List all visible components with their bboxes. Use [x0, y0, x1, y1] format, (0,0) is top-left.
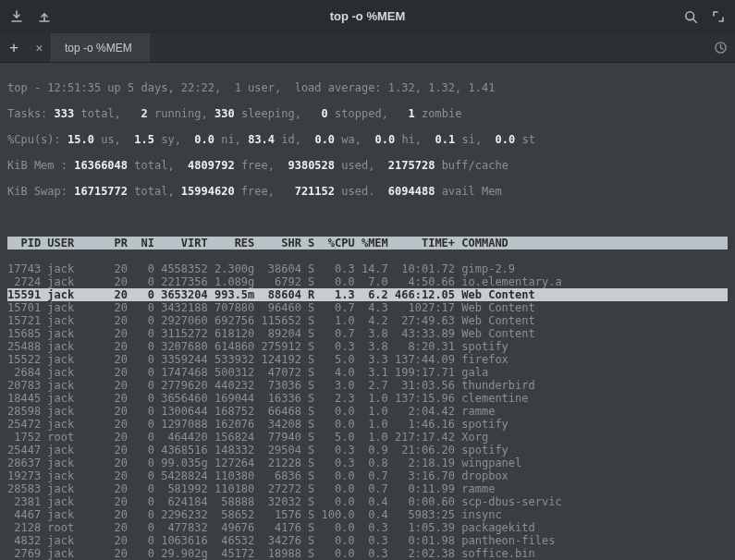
summary-cpu: %Cpu(s): 15.0 us, 1.5 sy, 0.0 ni, 83.4 i… [7, 133, 728, 146]
process-row: 2128 root 20 0 477832 49676 4176 S 0.0 0… [7, 521, 728, 534]
process-row: 15685 jack 20 0 3115272 618120 89204 S 0… [7, 327, 728, 340]
process-row: 18445 jack 20 0 3656460 169044 16336 S 2… [7, 392, 728, 405]
terminal-output[interactable]: top - 12:51:35 up 5 days, 22:22, 1 user,… [0, 63, 735, 560]
svg-point-0 [685, 11, 693, 19]
process-row: 2769 jack 20 0 29.902g 45172 18988 S 0.0… [7, 547, 728, 560]
process-row: 15701 jack 20 0 3432188 707880 96460 S 0… [7, 301, 728, 314]
window-titlebar: top -o %MEM [0, 0, 735, 33]
process-row: 2684 jack 20 0 1747468 500312 47072 S 4.… [7, 366, 728, 379]
window-title: top -o %MEM [65, 10, 670, 23]
process-row: 19273 jack 20 0 5428824 110380 6836 S 0.… [7, 469, 728, 482]
process-row: 17743 jack 20 0 4558352 2.300g 38604 S 0… [7, 262, 728, 275]
blank-line [7, 211, 728, 224]
tab-label: top -o %MEM [65, 42, 132, 55]
process-row: 2381 jack 20 0 624184 58888 32032 S 0.0 … [7, 495, 728, 508]
process-row: 1752 root 20 0 464420 156824 77940 S 5.0… [7, 431, 728, 444]
process-header: PID USER PR NI VIRT RES SHR S %CPU %MEM … [7, 237, 728, 250]
process-row: 15522 jack 20 0 3359244 533932 124192 S … [7, 353, 728, 366]
process-row: 2724 jack 20 0 2217356 1.089g 6792 S 0.0… [7, 275, 728, 288]
process-row: 25472 jack 20 0 1297088 162076 34208 S 0… [7, 418, 728, 431]
summary-swap: KiB Swap: 16715772 total, 15994620 free,… [7, 185, 728, 198]
close-tab-button[interactable]: ✕ [28, 33, 52, 62]
search-icon[interactable] [683, 10, 698, 24]
download-icon[interactable] [9, 10, 24, 23]
process-row: 28637 jack 20 0 99.035g 127264 21228 S 0… [7, 457, 728, 469]
process-row: 20783 jack 20 0 2779620 440232 73036 S 3… [7, 379, 728, 392]
tab-strip: + ✕ top -o %MEM [0, 33, 735, 63]
process-row: 25488 jack 20 0 3207680 614860 275912 S … [7, 340, 728, 353]
process-row: 28598 jack 20 0 1300644 168752 66468 S 0… [7, 405, 728, 418]
process-row: 28583 jack 20 0 581992 110180 27272 S 0.… [7, 482, 728, 495]
tab-terminal[interactable]: top -o %MEM [52, 33, 150, 62]
process-row: 15721 jack 20 0 2927060 692756 115652 S … [7, 314, 728, 327]
process-row: 15591 jack 20 0 3653204 993.5m 88604 R 1… [7, 288, 728, 301]
process-row: 25447 jack 20 0 4368516 148332 29504 S 0… [7, 444, 728, 457]
history-icon[interactable] [705, 33, 735, 62]
summary-mem: KiB Mem : 16366048 total, 4809792 free, … [7, 159, 728, 172]
summary-tasks: Tasks: 333 total, 2 running, 330 sleepin… [7, 107, 728, 120]
upload-icon[interactable] [37, 10, 52, 23]
process-row: 4467 jack 20 0 2296232 58652 1576 S 100.… [7, 508, 728, 521]
new-tab-button[interactable]: + [0, 33, 28, 62]
summary-uptime: top - 12:51:35 up 5 days, 22:22, 1 user,… [7, 81, 728, 94]
maximize-icon[interactable] [711, 10, 726, 23]
process-list: 17743 jack 20 0 4558352 2.300g 38604 S 0… [7, 262, 728, 560]
process-row: 4832 jack 20 0 1063616 46532 34276 S 0.0… [7, 534, 728, 547]
